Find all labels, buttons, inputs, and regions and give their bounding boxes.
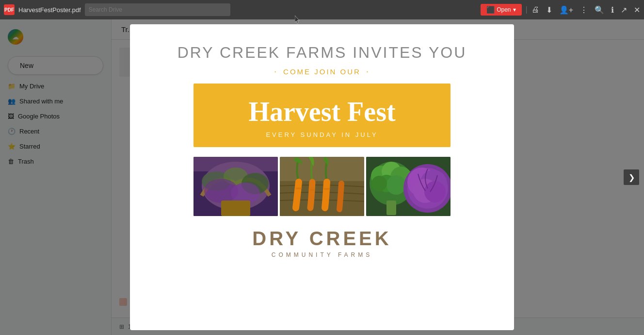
kale-image: [193, 157, 278, 216]
share-icon[interactable]: 👤+: [559, 5, 573, 15]
svg-point-28: [424, 181, 446, 202]
print-icon[interactable]: 🖨: [531, 5, 539, 14]
svg-rect-8: [221, 201, 250, 216]
adobe-icon: ⬛: [486, 6, 495, 14]
more-icon[interactable]: ⋮: [580, 5, 588, 15]
bullet-left: •: [274, 69, 277, 74]
svg-point-12: [309, 189, 315, 191]
next-arrow-button[interactable]: ❯: [624, 169, 639, 185]
harvest-fest-title: Harvest Fest: [203, 97, 441, 127]
farm-name-sub: COMMUNITY FARMS: [272, 251, 372, 258]
pdf-filename: HarvestFestPoster.pdf: [18, 6, 81, 14]
harvest-fest-subtitle: EVERY SUNDAY IN JULY: [203, 131, 441, 138]
svg-rect-22: [386, 201, 396, 215]
modal-overlay: ❯ DRY CREEK FARMS INVITES YOU • COME JOI…: [0, 19, 644, 335]
open-button[interactable]: ⬛ Open ▾: [481, 4, 521, 16]
dropdown-chevron-icon: ▾: [513, 6, 516, 13]
svg-point-13: [323, 188, 330, 190]
pdf-icon: PDF: [4, 4, 15, 15]
svg-point-20: [386, 175, 406, 195]
external-link-icon[interactable]: ↗: [621, 5, 627, 15]
bullet-right: •: [367, 69, 370, 74]
vegetable-images-row: [193, 157, 451, 216]
poster-subtitle-text: COME JOIN OUR: [283, 67, 361, 76]
separator: |: [526, 5, 528, 14]
toolbar-right: 🖨 ⬇ 👤+ ⋮ 🔍 ℹ ↗ ✕: [531, 5, 640, 15]
farm-name-large: DRY CREEK: [252, 228, 391, 250]
download-icon[interactable]: ⬇: [546, 5, 552, 15]
info-icon[interactable]: ℹ: [611, 5, 614, 15]
toolbar-center: ⬛ Open ▾ |: [481, 4, 528, 16]
close-icon[interactable]: ✕: [634, 5, 640, 15]
svg-point-11: [295, 187, 302, 189]
search-input[interactable]: [85, 3, 230, 16]
broccoli-cabbage-image: [366, 157, 451, 216]
carrots-image: [280, 157, 364, 216]
pdf-toolbar: PDF HarvestFestPoster.pdf ⬛ Open ▾ | 🖨 ⬇…: [0, 0, 644, 19]
harvest-banner: Harvest Fest EVERY SUNDAY IN JULY: [193, 84, 451, 147]
zoom-in-icon[interactable]: 🔍: [595, 5, 604, 15]
toolbar-left: PDF HarvestFestPoster.pdf: [4, 3, 477, 16]
poster-main-title: DRY CREEK FARMS INVITES YOU: [177, 44, 467, 62]
chevron-right-icon: ❯: [628, 173, 635, 182]
poster-subtitle-row: • COME JOIN OUR •: [274, 67, 369, 76]
svg-point-21: [371, 176, 387, 191]
pdf-modal: DRY CREEK FARMS INVITES YOU • COME JOIN …: [130, 24, 514, 330]
